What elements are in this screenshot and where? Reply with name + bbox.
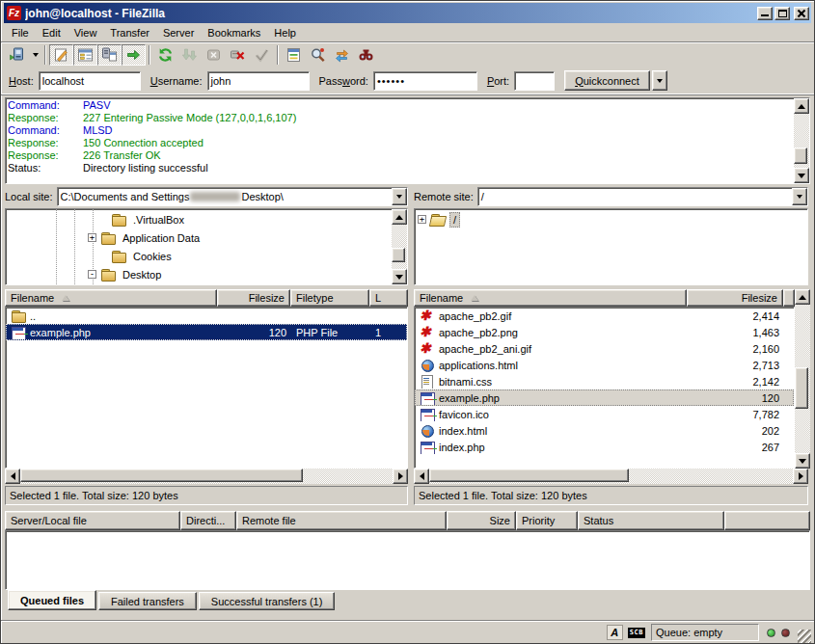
- menu-help[interactable]: Help: [267, 25, 303, 40]
- scroll-up-button[interactable]: [392, 209, 407, 225]
- cancel-operation-button[interactable]: [202, 44, 226, 66]
- maximize-button[interactable]: [774, 7, 790, 20]
- php-file-icon: [11, 326, 26, 339]
- quickconnect-dropdown[interactable]: [652, 70, 667, 91]
- tree-item[interactable]: Cookies: [6, 247, 392, 265]
- column-header-filesize[interactable]: Filesize: [217, 289, 290, 307]
- scrollbar-thumb[interactable]: [392, 248, 405, 262]
- log-scrollbar[interactable]: [794, 98, 809, 183]
- scroll-left-button[interactable]: [414, 469, 429, 484]
- resize-grip[interactable]: [798, 630, 811, 643]
- scrollbar-thumb[interactable]: [795, 367, 808, 409]
- port-label: Port:: [487, 75, 509, 87]
- scroll-left-button[interactable]: [5, 469, 20, 484]
- column-header-remote-file[interactable]: Remote file: [236, 511, 447, 530]
- column-header-server-local-file[interactable]: Server/Local file: [5, 511, 180, 530]
- find-files-button[interactable]: [354, 44, 378, 66]
- password-input[interactable]: ••••••: [373, 71, 477, 91]
- file-row-selected[interactable]: example.php120: [415, 389, 794, 406]
- local-pane: Local site: C:\Documents and SettingsDes…: [5, 187, 408, 505]
- site-manager-button[interactable]: [5, 44, 29, 66]
- column-header-size[interactable]: Size: [447, 511, 516, 530]
- log-line: Response:226 Transfer OK: [8, 149, 792, 162]
- column-header-direction[interactable]: Directi...: [180, 511, 236, 530]
- site-manager-dropdown[interactable]: [29, 44, 41, 66]
- scroll-down-button[interactable]: [795, 453, 810, 469]
- local-site-dropdown[interactable]: [392, 188, 407, 205]
- file-row-selected[interactable]: example.php 120 PHP File 1: [6, 324, 407, 340]
- file-row[interactable]: index.php267: [415, 439, 794, 455]
- queue-status: Queue: empty: [651, 624, 759, 641]
- synchronized-browsing-button[interactable]: [330, 44, 354, 66]
- expand-icon[interactable]: +: [418, 215, 426, 224]
- toggle-local-tree-button[interactable]: [73, 44, 97, 66]
- tree-item[interactable]: -Desktop: [6, 265, 392, 283]
- tab-queued-files[interactable]: Queued files: [8, 590, 96, 610]
- quickconnect-button[interactable]: Quickconnect: [564, 70, 650, 91]
- tab-successful-transfers[interactable]: Successful transfers (1): [199, 592, 336, 610]
- port-input[interactable]: [514, 71, 555, 91]
- local-site-combo[interactable]: C:\Documents and SettingsDesktop\: [57, 187, 408, 206]
- remote-list-scrollbar[interactable]: [795, 289, 810, 469]
- scrollbar-thumb[interactable]: [794, 148, 807, 164]
- menu-edit[interactable]: Edit: [36, 25, 68, 40]
- image-file-icon: [420, 342, 435, 356]
- tree-item[interactable]: .VirtualBox: [6, 210, 392, 228]
- column-header-lastmodified[interactable]: L: [369, 289, 408, 307]
- scrollbar-thumb[interactable]: [429, 469, 629, 482]
- parent-directory-row[interactable]: ..: [6, 308, 407, 324]
- menu-bookmarks[interactable]: Bookmarks: [201, 25, 267, 40]
- transfer-queue: Server/Local file Directi... Remote file…: [5, 511, 810, 610]
- toolbar-separator: [44, 45, 46, 65]
- directory-comparison-button[interactable]: [306, 44, 330, 66]
- directory-listing-filters-button[interactable]: [282, 44, 306, 66]
- column-header-filetype[interactable]: Filetype: [290, 289, 369, 307]
- local-horizontal-scrollbar[interactable]: [5, 469, 408, 484]
- file-row[interactable]: bitnami.css2,142: [415, 373, 794, 389]
- tab-failed-transfers[interactable]: Failed transfers: [98, 592, 197, 610]
- remote-horizontal-scrollbar[interactable]: [414, 469, 808, 484]
- remote-site-combo[interactable]: /: [477, 187, 808, 206]
- menu-transfer[interactable]: Transfer: [103, 25, 156, 40]
- title-bar[interactable]: Fz john@localhost - FileZilla: [4, 3, 811, 23]
- disconnect-button[interactable]: [226, 44, 250, 66]
- file-row[interactable]: apache_pb2_ani.gif2,160: [415, 340, 794, 357]
- minimize-button[interactable]: [757, 7, 773, 20]
- scroll-up-button[interactable]: [794, 98, 809, 114]
- scroll-down-button[interactable]: [392, 269, 407, 284]
- host-input[interactable]: localhost: [39, 71, 141, 91]
- menu-server[interactable]: Server: [156, 25, 201, 40]
- scroll-right-button[interactable]: [393, 469, 408, 484]
- message-log-icon: [53, 47, 69, 63]
- username-input[interactable]: john: [207, 71, 310, 91]
- remote-site-dropdown[interactable]: [792, 188, 807, 205]
- toggle-message-log-button[interactable]: [49, 44, 73, 66]
- menu-file[interactable]: File: [5, 25, 36, 40]
- local-tree-scrollbar[interactable]: [392, 209, 407, 284]
- scroll-up-button[interactable]: [795, 289, 810, 305]
- toggle-transfer-queue-button[interactable]: [122, 44, 146, 66]
- file-row[interactable]: applications.html2,713: [415, 357, 794, 373]
- reconnect-button[interactable]: [250, 44, 274, 66]
- column-header-priority[interactable]: Priority: [516, 511, 578, 530]
- process-queue-button[interactable]: [177, 44, 202, 66]
- file-row[interactable]: favicon.ico7,782: [415, 406, 794, 422]
- file-row[interactable]: apache_pb2.gif2,414: [415, 308, 794, 324]
- toggle-remote-tree-button[interactable]: [97, 44, 122, 66]
- file-row[interactable]: index.html202: [415, 422, 794, 439]
- expand-icon[interactable]: +: [88, 233, 96, 242]
- tree-item[interactable]: +Application Data: [6, 228, 392, 247]
- column-header-filesize[interactable]: Filesize: [687, 289, 783, 307]
- file-row[interactable]: apache_pb2.png1,463: [415, 324, 794, 340]
- menu-view[interactable]: View: [68, 25, 104, 40]
- column-header-filename[interactable]: Filename: [5, 289, 217, 307]
- column-header-status[interactable]: Status: [578, 511, 724, 530]
- scroll-down-button[interactable]: [794, 168, 809, 183]
- column-header-filename[interactable]: Filename: [414, 289, 687, 307]
- scrollbar-thumb[interactable]: [20, 469, 303, 482]
- refresh-button[interactable]: [153, 44, 177, 66]
- close-button[interactable]: [794, 7, 809, 20]
- scroll-right-button[interactable]: [793, 469, 808, 484]
- tree-item[interactable]: +/: [415, 210, 807, 228]
- collapse-icon[interactable]: -: [88, 270, 96, 279]
